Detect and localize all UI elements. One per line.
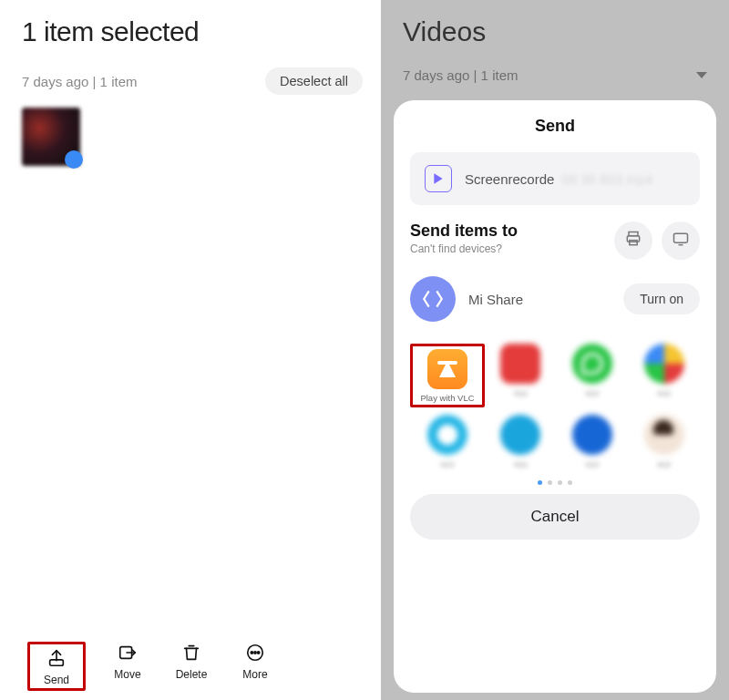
video-thumbnail[interactable] xyxy=(22,108,80,166)
share-target-play-with-vlc[interactable]: Play with VLC xyxy=(416,349,479,404)
videos-screen: Videos 7 days ago | 1 item Send Screenre… xyxy=(381,0,729,700)
share-target-app[interactable]: app xyxy=(416,415,479,469)
page-dots xyxy=(410,480,700,485)
file-preview-row[interactable]: Screenrecorde08 36 803 mp4 xyxy=(410,152,700,205)
sheet-title: Send xyxy=(410,117,700,136)
mi-share-row: Mi Share Turn on xyxy=(410,273,700,340)
page-dot xyxy=(568,480,572,485)
section-meta: 7 days ago | 1 item xyxy=(22,74,137,89)
share-target-app[interactable]: app xyxy=(560,415,624,469)
share-sheet: Send Screenrecorde08 36 803 mp4 Send ite… xyxy=(394,100,716,693)
svg-point-5 xyxy=(258,652,260,654)
video-file-icon xyxy=(425,165,452,192)
mi-share-icon xyxy=(410,276,456,322)
move-icon xyxy=(117,642,139,664)
cast-button[interactable] xyxy=(662,221,700,260)
cancel-button[interactable]: Cancel xyxy=(410,494,700,540)
page-dot xyxy=(558,480,562,485)
page-dot xyxy=(548,480,552,485)
share-target-app[interactable]: app xyxy=(488,344,552,407)
print-button[interactable] xyxy=(614,221,652,260)
turn-on-button[interactable]: Turn on xyxy=(623,283,700,314)
gallery-selection-screen: 1 item selected 7 days ago | 1 item Dese… xyxy=(0,0,381,700)
share-target-app[interactable]: app xyxy=(632,344,696,407)
annotation-highlight-vlc: Play with VLC xyxy=(410,344,485,407)
cast-icon xyxy=(672,230,690,252)
send-items-title: Send items to xyxy=(410,221,518,241)
more-button[interactable]: More xyxy=(233,642,277,691)
svg-rect-8 xyxy=(630,241,637,245)
move-button[interactable]: Move xyxy=(106,642,149,691)
send-button[interactable]: Send xyxy=(35,647,78,686)
svg-point-4 xyxy=(254,652,256,654)
file-name: Screenrecorde08 36 803 mp4 xyxy=(465,171,685,187)
send-items-header: Send items to Can't find devices? xyxy=(410,221,700,260)
section-header-row: 7 days ago | 1 item xyxy=(403,67,716,83)
send-items-sub[interactable]: Can't find devices? xyxy=(410,242,518,255)
share-apps-grid: Play with VLC app app app app app app ap… xyxy=(410,344,700,494)
section-header-row: 7 days ago | 1 item Deselect all xyxy=(22,67,363,95)
page-title: Videos xyxy=(403,16,716,47)
selected-check-badge xyxy=(65,150,83,169)
share-target-app[interactable]: app xyxy=(488,415,552,469)
mi-share-label: Mi Share xyxy=(468,292,523,307)
chevron-down-icon[interactable] xyxy=(696,72,707,78)
page-dot-active xyxy=(538,480,542,485)
delete-icon xyxy=(180,642,202,664)
section-meta: 7 days ago | 1 item xyxy=(403,67,518,83)
deselect-all-button[interactable]: Deselect all xyxy=(265,67,363,95)
page-title: 1 item selected xyxy=(22,16,363,47)
vlc-icon xyxy=(427,349,467,389)
send-icon xyxy=(46,647,67,669)
svg-rect-9 xyxy=(674,233,688,242)
share-target-app[interactable]: app xyxy=(632,415,696,469)
delete-button[interactable]: Delete xyxy=(169,642,213,691)
bottom-action-bar: Send Move Delete More xyxy=(0,642,381,691)
share-target-app[interactable]: app xyxy=(560,344,624,407)
annotation-highlight-send: Send xyxy=(27,642,86,691)
print-icon xyxy=(624,230,642,252)
svg-point-3 xyxy=(251,652,252,654)
more-icon xyxy=(244,642,266,664)
